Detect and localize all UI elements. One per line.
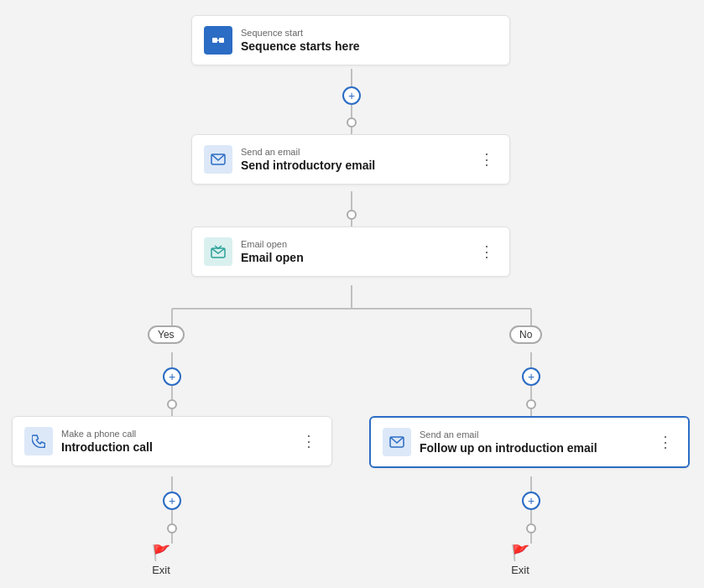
phone-call-card: Make a phone call Introduction call ⋮ bbox=[12, 416, 332, 466]
connector-dot-left2 bbox=[167, 523, 177, 533]
send-email-1-card: Send an email Send introductory email ⋮ bbox=[191, 134, 510, 185]
follow-up-email-card: Send an email Follow up on introduction … bbox=[369, 416, 690, 468]
connector-dot-1 bbox=[347, 117, 357, 127]
phone-call-text: Make a phone call Introduction call bbox=[61, 429, 289, 454]
exit-left-node: 🚩 Exit bbox=[152, 544, 170, 576]
plus-icon-right: + bbox=[528, 370, 535, 383]
follow-up-email-icon bbox=[383, 428, 411, 456]
email-open-menu-button[interactable]: ⋮ bbox=[476, 242, 498, 261]
phone-call-title: Introduction call bbox=[61, 440, 289, 454]
exit-right-flag: 🚩 bbox=[511, 544, 529, 562]
phone-call-menu-button[interactable]: ⋮ bbox=[298, 432, 320, 450]
sequence-start-label: Sequence start bbox=[241, 28, 498, 38]
sequence-start-title: Sequence starts here bbox=[241, 39, 498, 53]
add-step-left-button[interactable]: + bbox=[163, 367, 181, 386]
email-open-card: Email open Email open ⋮ bbox=[191, 226, 510, 277]
connector-dot-right bbox=[526, 399, 536, 409]
add-step-right2-button[interactable]: + bbox=[522, 492, 540, 510]
sequence-start-icon bbox=[204, 26, 232, 55]
no-label: No bbox=[519, 329, 532, 341]
add-step-right-button[interactable]: + bbox=[522, 367, 540, 386]
connector-dot-right2 bbox=[526, 523, 536, 533]
exit-right-node: 🚩 Exit bbox=[511, 544, 529, 576]
email-open-label: Email open bbox=[241, 239, 467, 249]
yes-branch-badge: Yes bbox=[148, 325, 185, 344]
plus-icon-left2: + bbox=[169, 494, 175, 507]
exit-right-label: Exit bbox=[511, 564, 529, 576]
sequence-start-card: Sequence start Sequence starts here bbox=[191, 15, 510, 65]
svg-rect-21 bbox=[212, 38, 217, 43]
phone-call-icon bbox=[24, 427, 53, 455]
connector-dot-left bbox=[167, 399, 177, 409]
plus-icon-1: + bbox=[348, 89, 355, 102]
plus-icon-right2: + bbox=[528, 494, 535, 507]
email-open-title: Email open bbox=[241, 251, 467, 264]
exit-left-flag: 🚩 bbox=[152, 544, 170, 562]
send-email-1-title: Send introductory email bbox=[241, 159, 467, 172]
add-step-1-button[interactable]: + bbox=[342, 86, 361, 105]
follow-up-email-title: Follow up on introduction email bbox=[420, 441, 646, 455]
send-email-1-label: Send an email bbox=[241, 147, 467, 157]
yes-label: Yes bbox=[158, 329, 175, 341]
sequence-start-text: Sequence start Sequence starts here bbox=[241, 28, 498, 53]
send-email-1-text: Send an email Send introductory email bbox=[241, 147, 467, 172]
add-step-left2-button[interactable]: + bbox=[163, 492, 181, 510]
send-email-1-menu-button[interactable]: ⋮ bbox=[476, 150, 498, 169]
follow-up-email-text: Send an email Follow up on introduction … bbox=[420, 429, 646, 455]
workflow-canvas: Sequence start Sequence starts here + Se… bbox=[0, 0, 704, 588]
connector-dot-2 bbox=[347, 210, 357, 220]
exit-left-label: Exit bbox=[152, 564, 170, 576]
plus-icon-left: + bbox=[169, 370, 175, 383]
email-open-text: Email open Email open bbox=[241, 239, 467, 264]
follow-up-email-label: Send an email bbox=[420, 429, 646, 440]
follow-up-email-menu-button[interactable]: ⋮ bbox=[654, 433, 676, 451]
email-open-icon bbox=[204, 237, 232, 266]
no-branch-badge: No bbox=[509, 325, 542, 344]
send-email-1-icon bbox=[204, 145, 232, 174]
phone-call-label: Make a phone call bbox=[61, 429, 289, 439]
